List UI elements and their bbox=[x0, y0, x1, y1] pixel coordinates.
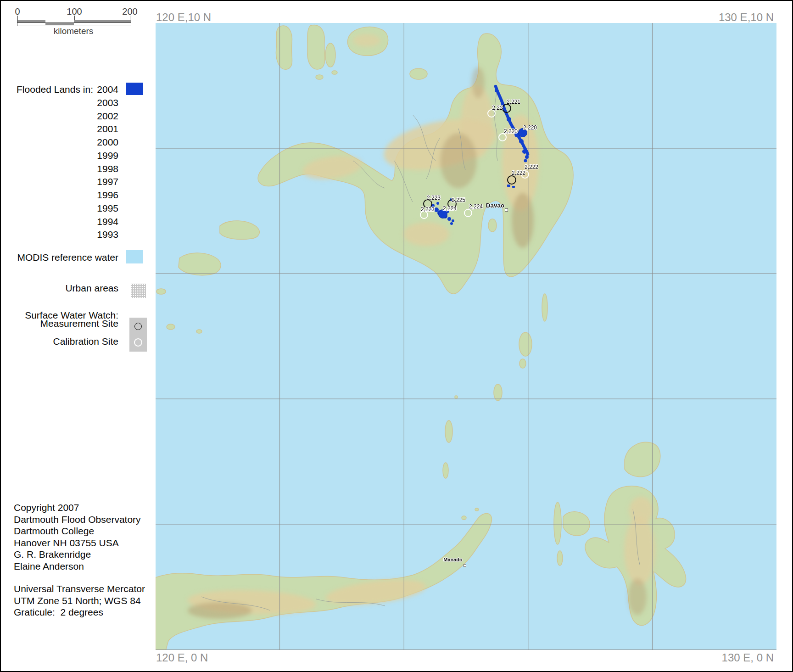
site-label: 2,224 bbox=[469, 203, 483, 210]
site-label: 2,221 bbox=[507, 99, 520, 105]
urban-areas-swatch bbox=[131, 284, 146, 298]
site-marker-measurement bbox=[507, 175, 516, 185]
measurement-site-symbol bbox=[134, 323, 142, 330]
legend-year-1995: 1995 bbox=[97, 203, 118, 214]
site-label: 2,223 bbox=[427, 195, 441, 201]
city-label: Manado bbox=[443, 557, 463, 562]
legend-year-1998: 1998 bbox=[97, 163, 118, 174]
scale-tick bbox=[130, 16, 130, 20]
calibration-site-symbol bbox=[134, 338, 142, 347]
site-label: 2,222 bbox=[512, 170, 525, 176]
legend-measurement-site-label: Measurement Site bbox=[40, 318, 118, 329]
credit-line: Dartmouth Flood Observatory bbox=[14, 514, 141, 525]
map-page: 0 100 200 kilometers Flooded Lands in: 2… bbox=[0, 0, 793, 672]
site-label: 2,22 bbox=[492, 105, 503, 111]
legend-year-1997: 1997 bbox=[97, 176, 118, 187]
legend-flood-title: Flooded Lands in: bbox=[17, 84, 93, 95]
corner-label-top-right: 130 E,10 N bbox=[719, 11, 774, 24]
site-label: 2,222 bbox=[525, 164, 538, 170]
city-marker bbox=[464, 564, 466, 567]
legend-year-1993: 1993 bbox=[97, 229, 118, 240]
legend-year-2001: 2001 bbox=[97, 123, 118, 134]
scale-tick bbox=[17, 16, 18, 20]
site-marker-measurement bbox=[502, 104, 511, 113]
corner-label-bottom-left: 120 E, 0 N bbox=[156, 651, 208, 664]
flood-color-swatch bbox=[126, 83, 143, 95]
legend-calibration-site-label: Calibration Site bbox=[53, 336, 118, 347]
legend-year-1999: 1999 bbox=[97, 150, 118, 161]
credit-line: Copyright 2007 bbox=[14, 502, 79, 513]
legend-year-1994: 1994 bbox=[97, 216, 118, 227]
corner-label-bottom-right: 130 E, 0 N bbox=[722, 651, 774, 664]
legend-year-2002: 2002 bbox=[97, 111, 118, 122]
scale-tick bbox=[74, 16, 75, 20]
site-label: 2,220 bbox=[504, 128, 518, 134]
projection-line: Graticule: 2 degrees bbox=[14, 607, 103, 618]
city-label: Davao bbox=[486, 202, 505, 209]
projection-line: Universal Transverse Mercator bbox=[14, 583, 145, 594]
credit-line: Hanover NH 03755 USA bbox=[14, 538, 119, 549]
site-label: 2,225 bbox=[452, 197, 465, 203]
site-label: 2,224 bbox=[443, 205, 457, 212]
legend-modis-label: MODIS reference water bbox=[17, 252, 118, 263]
legend-year-2000: 2000 bbox=[97, 137, 118, 148]
legend-year-2003: 2003 bbox=[97, 97, 118, 108]
city-marker bbox=[505, 208, 508, 212]
corner-label-top-left: 120 E,10 N bbox=[156, 11, 211, 24]
site-label: 2,220 bbox=[523, 124, 537, 131]
scale-unit-label: kilometers bbox=[54, 26, 94, 36]
legend-urban-label: Urban areas bbox=[65, 283, 118, 294]
site-marker-calibration bbox=[464, 209, 472, 217]
credit-line: Dartmouth College bbox=[14, 526, 94, 537]
legend-year-1996: 1996 bbox=[97, 190, 118, 201]
credit-line: G. R. Brakenridge bbox=[14, 549, 91, 560]
site-label: 2,223 bbox=[421, 206, 435, 213]
projection-line: UTM Zone 51 North; WGS 84 bbox=[14, 595, 141, 606]
credit-line: Elaine Anderson bbox=[14, 561, 84, 572]
map-canvas: 2,2212,222,2202,2202,2222,2222,2232,2252… bbox=[156, 23, 776, 650]
modis-water-swatch bbox=[126, 250, 143, 263]
site-marker-layer: 2,2212,222,2202,2202,2222,2222,2232,2252… bbox=[156, 23, 776, 650]
scale-bar-graphic bbox=[17, 20, 131, 26]
legend-year-2004: 2004 bbox=[97, 84, 118, 95]
